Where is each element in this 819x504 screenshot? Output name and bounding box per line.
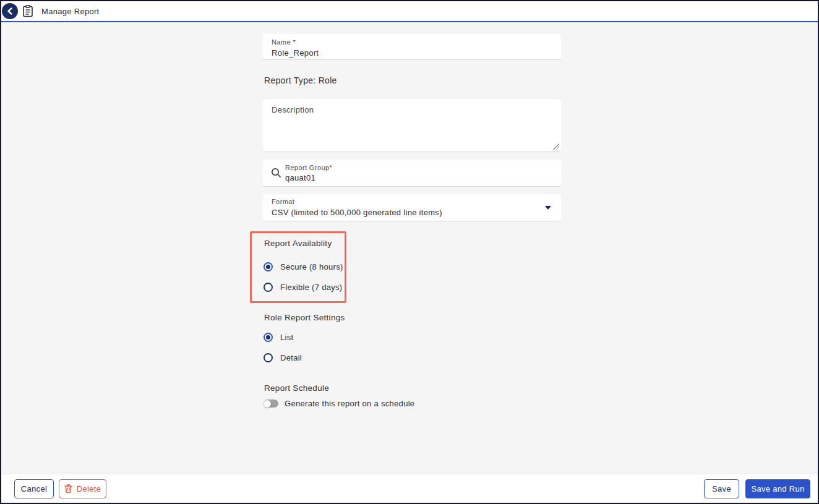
chevron-down-icon[interactable] bbox=[545, 206, 551, 210]
schedule-toggle-label: Generate this report on a schedule bbox=[285, 399, 414, 408]
report-group-label: Report Group* bbox=[285, 164, 332, 171]
radio-selected-icon[interactable] bbox=[264, 333, 273, 342]
back-button[interactable] bbox=[2, 3, 18, 19]
page-title: Manage Report bbox=[41, 7, 100, 16]
report-group-value: qauat01 bbox=[285, 173, 332, 182]
schedule-toggle-row: Generate this report on a schedule bbox=[264, 399, 414, 408]
format-label: Format bbox=[272, 198, 554, 205]
radio-list[interactable]: List bbox=[264, 333, 293, 342]
chevron-left-icon bbox=[7, 7, 13, 15]
report-group-field[interactable]: Report Group* qauat01 bbox=[263, 160, 561, 187]
cancel-button[interactable]: Cancel bbox=[14, 479, 54, 498]
name-label: Name * bbox=[272, 38, 554, 46]
app-window: Manage Report Name * Role_Report Report … bbox=[0, 0, 819, 504]
radio-unselected-icon[interactable] bbox=[264, 353, 273, 362]
delete-label: Delete bbox=[77, 484, 101, 493]
report-availability-heading: Report Availablity bbox=[264, 239, 332, 248]
description-textarea[interactable]: Description bbox=[263, 99, 561, 152]
schedule-toggle[interactable] bbox=[264, 399, 278, 408]
save-and-run-button[interactable]: Save and Run bbox=[745, 479, 810, 498]
trash-icon bbox=[64, 484, 72, 493]
form-area: Name * Role_Report Report Type: Role Des… bbox=[1, 22, 818, 474]
radio-flexible-7-days[interactable]: Flexible (7 days) bbox=[264, 283, 342, 292]
search-icon bbox=[268, 168, 284, 178]
format-select[interactable]: Format CSV (limited to 500,000 generated… bbox=[263, 194, 561, 221]
radio-label: Detail bbox=[280, 353, 302, 362]
radio-selected-icon[interactable] bbox=[264, 262, 273, 271]
name-field[interactable]: Name * Role_Report bbox=[263, 34, 561, 60]
clipboard-icon bbox=[22, 5, 33, 17]
description-placeholder: Description bbox=[272, 105, 554, 114]
radio-label: Flexible (7 days) bbox=[280, 283, 342, 292]
radio-label: Secure (8 hours) bbox=[280, 262, 343, 271]
report-type-text: Report Type: Role bbox=[264, 75, 337, 85]
action-bar: Cancel Delete Save Save and Run bbox=[1, 474, 818, 503]
radio-unselected-icon[interactable] bbox=[264, 283, 273, 292]
report-schedule-heading: Report Schedule bbox=[264, 383, 329, 393]
radio-detail[interactable]: Detail bbox=[264, 353, 302, 362]
radio-secure-8-hours[interactable]: Secure (8 hours) bbox=[264, 262, 343, 271]
name-value: Role_Report bbox=[272, 48, 554, 58]
top-bar: Manage Report bbox=[1, 1, 818, 22]
toggle-knob[interactable] bbox=[264, 400, 271, 408]
radio-label: List bbox=[280, 333, 293, 342]
role-report-settings-heading: Role Report Settings bbox=[264, 313, 345, 322]
save-button[interactable]: Save bbox=[704, 479, 739, 498]
resize-handle-icon[interactable] bbox=[553, 143, 559, 150]
delete-button[interactable]: Delete bbox=[59, 479, 106, 498]
format-value: CSV (limited to 500,000 generated line i… bbox=[272, 208, 554, 217]
